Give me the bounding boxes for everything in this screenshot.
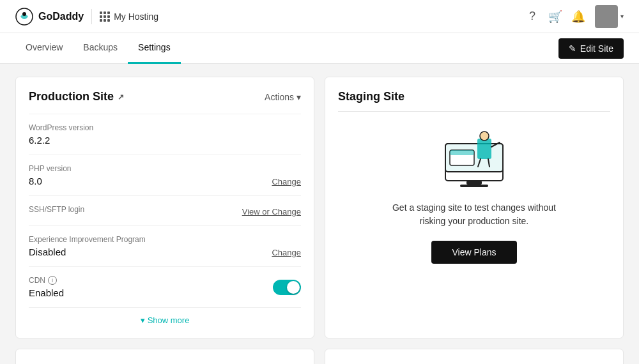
production-site-card: Production Site ↗ Actions ▾ WordPress ve… <box>15 77 314 338</box>
production-title-text: Production Site <box>29 90 114 103</box>
php-version-label: PHP version <box>29 164 71 173</box>
grid-icon <box>100 11 110 22</box>
php-version-row: PHP version 8.0 Change <box>29 155 301 195</box>
cart-icon[interactable]: 🛒 <box>549 10 562 23</box>
edit-site-button[interactable]: ✎ Edit Site <box>558 38 624 59</box>
ssh-sftp-row: SSH/SFTP login View or Change <box>29 195 301 225</box>
edit-icon: ✎ <box>569 43 576 54</box>
tab-settings[interactable]: Settings <box>128 33 181 64</box>
top-nav-left: GoDaddy My Hosting <box>15 8 158 26</box>
svg-rect-6 <box>477 139 491 159</box>
actions-button[interactable]: Actions ▾ <box>265 92 301 102</box>
wp-version-label: WordPress version <box>29 123 301 132</box>
staging-title-text: Staging Site <box>338 90 404 103</box>
view-plans-button[interactable]: View Plans <box>431 241 516 264</box>
user-menu[interactable]: ▾ <box>595 5 624 28</box>
php-version-value: 8.0 <box>29 176 71 186</box>
brand-name: GoDaddy <box>38 11 84 22</box>
domains-card: Domains Add ▾ 🔒 https:// PRIMARY ··· <box>15 349 314 364</box>
top-nav: GoDaddy My Hosting ? 🛒 🔔 ▾ <box>0 0 639 33</box>
exp-program-row: Experience Improvement Program Disabled … <box>29 225 301 266</box>
main-content: Production Site ↗ Actions ▾ WordPress ve… <box>0 64 639 364</box>
show-more-chevron-icon: ▾ <box>141 315 145 325</box>
actions-label: Actions <box>265 92 294 102</box>
help-icon[interactable]: ? <box>526 10 539 23</box>
exp-change-link[interactable]: Change <box>272 248 301 257</box>
plan-details-card: Plan details Basic <box>325 349 624 364</box>
logo: GoDaddy <box>15 8 84 26</box>
exp-row-inner: Experience Improvement Program Disabled … <box>29 235 301 257</box>
show-more-label: Show more <box>148 315 190 325</box>
exp-value: Disabled <box>29 246 146 257</box>
tab-overview[interactable]: Overview <box>15 33 73 64</box>
staging-illustration <box>436 131 512 188</box>
wp-version-value: 6.2.2 <box>29 135 301 146</box>
cdn-value: Enabled <box>29 287 64 298</box>
ssh-row-inner: SSH/SFTP login View or Change <box>29 205 301 216</box>
production-card-header: Production Site ↗ Actions ▾ <box>29 90 301 103</box>
svg-point-1 <box>22 12 26 16</box>
edit-site-label: Edit Site <box>580 43 613 54</box>
actions-chevron-icon: ▾ <box>296 92 301 102</box>
show-more-button[interactable]: ▾ Show more <box>29 307 301 325</box>
nav-divider <box>91 9 92 24</box>
tab-backups[interactable]: Backups <box>73 33 128 64</box>
php-change-link[interactable]: Change <box>272 177 301 186</box>
staging-card-title: Staging Site <box>338 90 610 103</box>
svg-rect-5 <box>460 185 488 187</box>
wp-version-row: WordPress version 6.2.2 <box>29 114 301 155</box>
svg-rect-12 <box>450 150 474 155</box>
staging-divider <box>338 111 610 112</box>
external-link-icon[interactable]: ↗ <box>118 93 124 102</box>
cdn-left: CDN i Enabled <box>29 276 64 298</box>
svg-point-9 <box>480 132 489 140</box>
ssh-label: SSH/SFTP login <box>29 205 84 214</box>
sub-nav: Overview Backups Settings ✎ Edit Site <box>0 33 639 64</box>
nav-tabs: Overview Backups Settings <box>15 33 181 64</box>
my-hosting-label: My Hosting <box>114 11 158 22</box>
staging-description: Get a staging site to test changes witho… <box>391 201 557 228</box>
user-menu-caret: ▾ <box>620 13 624 20</box>
cdn-info-icon[interactable]: i <box>48 276 57 285</box>
php-row-inner: PHP version 8.0 Change <box>29 164 301 186</box>
exp-left: Experience Improvement Program Disabled <box>29 235 146 257</box>
production-card-title: Production Site ↗ <box>29 90 124 103</box>
ssh-action-link[interactable]: View or Change <box>242 207 301 216</box>
my-hosting-menu[interactable]: My Hosting <box>100 11 158 22</box>
php-left: PHP version 8.0 <box>29 164 71 186</box>
staging-site-card: Staging Site <box>325 77 624 338</box>
cdn-toggle[interactable] <box>273 280 301 295</box>
avatar <box>595 5 618 28</box>
cdn-label: CDN i <box>29 276 64 285</box>
top-nav-right: ? 🛒 🔔 ▾ <box>526 5 624 28</box>
exp-label: Experience Improvement Program <box>29 235 146 244</box>
bell-icon[interactable]: 🔔 <box>572 10 585 23</box>
cdn-row: CDN i Enabled <box>29 266 301 307</box>
godaddy-logo-icon <box>15 8 33 26</box>
staging-content: Get a staging site to test changes witho… <box>338 125 610 270</box>
svg-rect-4 <box>466 181 482 185</box>
